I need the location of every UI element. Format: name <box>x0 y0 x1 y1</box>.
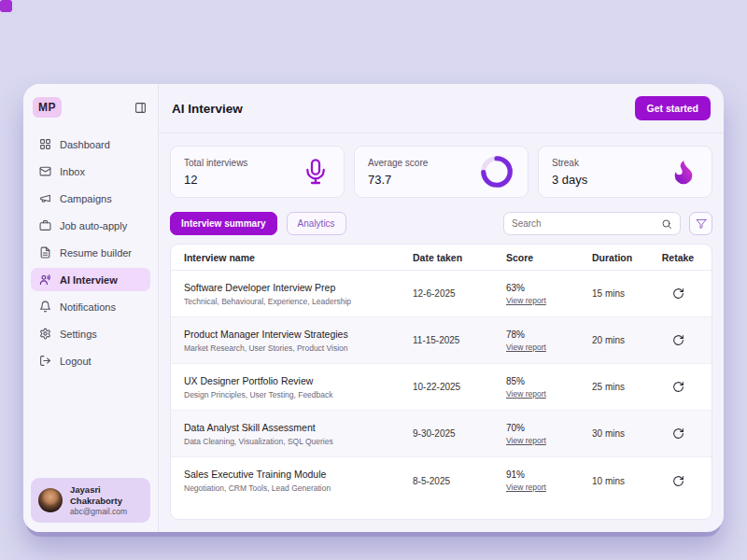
view-report-link[interactable]: View report <box>506 436 546 445</box>
page-title: AI Interview <box>172 102 243 116</box>
tab-analytics[interactable]: Analytics <box>287 212 346 235</box>
refresh-icon <box>672 427 684 440</box>
view-report-link[interactable]: View report <box>506 389 546 399</box>
sidebar-item-dashboard[interactable]: Dashboard <box>31 133 150 156</box>
flame-icon <box>669 156 698 188</box>
progress-ring <box>479 154 514 189</box>
interview-icon <box>39 273 51 286</box>
dashboard-icon <box>39 138 51 150</box>
filter-button[interactable] <box>689 212 712 235</box>
tabs: Interview summary Analytics <box>170 212 346 235</box>
stat-total-interviews: Total interviews 12 <box>170 146 345 198</box>
search-box <box>503 212 681 235</box>
refresh-icon <box>672 381 684 393</box>
stat-value: 12 <box>184 173 247 187</box>
interview-tags: Data Cleaning, Visualization, SQL Querie… <box>184 437 413 446</box>
sidebar-item-label: Logout <box>60 356 92 367</box>
sidebar-item-label: Inbox <box>60 166 85 177</box>
sidebar-header: MP <box>31 95 150 133</box>
user-profile[interactable]: Jayasri Chakraborty abc@gmail.com <box>31 478 150 523</box>
view-report-link[interactable]: View report <box>506 483 546 492</box>
sidebar-item-ai-interview[interactable]: AI Interview <box>31 268 150 291</box>
search-input[interactable] <box>512 218 655 229</box>
bell-icon <box>39 301 51 313</box>
sidebar-item-job-auto-apply[interactable]: Job auto-apply <box>31 214 150 237</box>
table-row: Software Developer Interview Prep Techni… <box>171 271 712 317</box>
sidebar-item-label: Notifications <box>60 301 116 313</box>
panel-icon <box>134 102 147 114</box>
retake-button[interactable] <box>670 426 686 441</box>
page-header: AI Interview Get started <box>159 84 724 133</box>
microphone-icon <box>301 155 331 189</box>
table-row: Product Manager Interview Strategies Mar… <box>171 317 712 364</box>
search-icon <box>661 218 672 230</box>
page-background: MP DashboardInboxCampaignsJob auto-apply… <box>0 0 747 560</box>
stat-average-score: Average score 73.7 <box>354 146 529 198</box>
retake-cell <box>657 379 698 395</box>
sidebar-item-label: Dashboard <box>60 139 110 150</box>
score-cell: 85% View report <box>506 376 592 399</box>
stat-text: Streak 3 days <box>552 158 587 187</box>
sidebar-item-notifications[interactable]: Notifications <box>31 295 150 318</box>
name-cell: UX Designer Portfolio Review Design Prin… <box>184 375 413 399</box>
score-cell: 63% View report <box>506 283 592 305</box>
app-window: MP DashboardInboxCampaignsJob auto-apply… <box>23 84 724 532</box>
sidebar-item-resume-builder[interactable]: Resume builder <box>31 241 150 264</box>
score-value: 91% <box>506 469 592 480</box>
filter-icon <box>696 218 707 230</box>
retake-cell <box>657 426 698 441</box>
view-report-link[interactable]: View report <box>506 343 546 352</box>
sidebar-toggle-button[interactable] <box>133 100 148 116</box>
stat-label: Total interviews <box>184 158 247 168</box>
column-header: Duration <box>592 252 657 263</box>
sidebar-item-settings[interactable]: Settings <box>31 322 150 345</box>
user-text: Jayasri Chakraborty abc@gmail.com <box>70 484 143 516</box>
interview-tags: Negotiation, CRM Tools, Lead Generation <box>184 483 413 493</box>
retake-button[interactable] <box>670 473 686 489</box>
retake-button[interactable] <box>670 286 686 301</box>
toolbar-right <box>503 212 712 235</box>
interview-tags: Design Principles, User Testing, Feedbac… <box>184 390 413 399</box>
retake-button[interactable] <box>670 379 686 395</box>
retake-button[interactable] <box>670 332 686 348</box>
retake-cell <box>657 286 698 301</box>
sidebar-item-campaigns[interactable]: Campaigns <box>31 187 150 210</box>
table-row: Sales Executive Training Module Negotiat… <box>171 457 712 504</box>
duration: 15 mins <box>592 288 657 299</box>
tab-interview-summary[interactable]: Interview summary <box>170 212 277 235</box>
get-started-button[interactable]: Get started <box>635 96 711 120</box>
date-taken: 11-15-2025 <box>413 335 506 345</box>
sidebar-item-label: Resume builder <box>60 247 132 259</box>
interview-tags: Technical, Behavioural, Experience, Lead… <box>184 297 413 306</box>
sidebar-item-label: Campaigns <box>60 193 112 204</box>
score-value: 78% <box>506 329 592 340</box>
view-report-link[interactable]: View report <box>506 296 546 305</box>
interview-table: Interview name Date taken Score Duration… <box>170 244 712 520</box>
megaphone-icon <box>39 192 51 204</box>
column-header: Interview name <box>184 252 413 263</box>
retake-cell <box>657 473 698 489</box>
toolbar: Interview summary Analytics <box>159 206 724 244</box>
stat-value: 3 days <box>552 173 587 187</box>
interview-name: UX Designer Portfolio Review <box>184 375 413 386</box>
duration: 10 mins <box>592 476 657 486</box>
corner-accent <box>0 0 12 12</box>
avatar <box>38 488 63 512</box>
refresh-icon <box>672 475 684 487</box>
briefcase-icon <box>39 219 51 231</box>
date-taken: 8-5-2025 <box>413 476 506 486</box>
sidebar-item-inbox[interactable]: Inbox <box>31 160 150 183</box>
stat-text: Average score 73.7 <box>368 158 428 187</box>
main-content: AI Interview Get started Total interview… <box>159 84 724 532</box>
table-header: Interview name Date taken Score Duration… <box>171 245 712 271</box>
column-header: Score <box>506 252 592 263</box>
interview-name: Software Developer Interview Prep <box>184 282 413 293</box>
score-value: 63% <box>506 283 592 293</box>
sidebar-menu: DashboardInboxCampaignsJob auto-applyRes… <box>31 133 150 372</box>
retake-cell <box>657 332 698 348</box>
name-cell: Sales Executive Training Module Negotiat… <box>184 469 413 493</box>
user-email: abc@gmail.com <box>70 507 143 516</box>
sidebar-item-logout[interactable]: Logout <box>31 349 150 372</box>
stat-streak: Streak 3 days <box>538 146 712 198</box>
score-cell: 91% View report <box>506 469 592 492</box>
